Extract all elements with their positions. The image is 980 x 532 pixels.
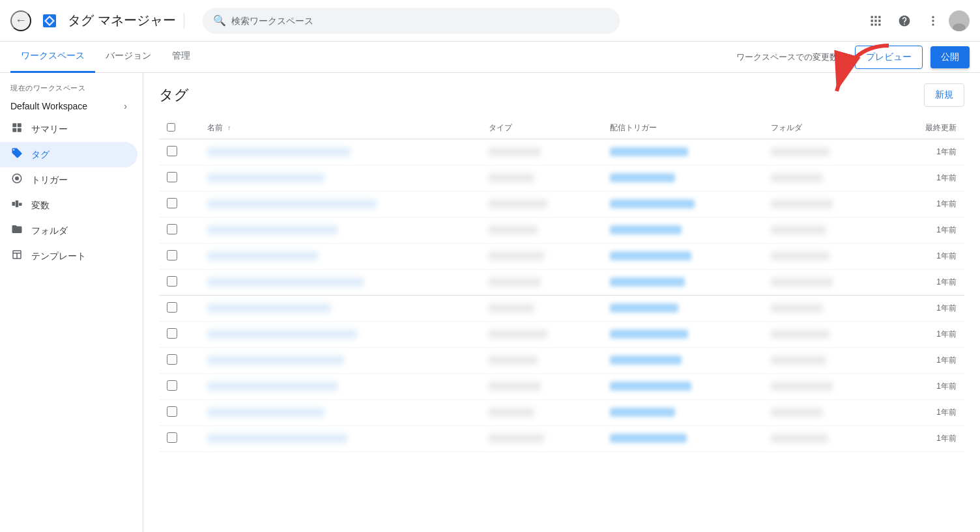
- search-bar: 🔍: [203, 8, 620, 34]
- blurred-folder: [771, 173, 823, 182]
- tab-admin[interactable]: 管理: [162, 42, 201, 73]
- col-header-name[interactable]: 名前 ↑: [199, 117, 482, 139]
- sidebar-item-triggers[interactable]: トリガー: [0, 167, 137, 193]
- blurred-type: [489, 147, 541, 156]
- blurred-type: [489, 408, 534, 417]
- row-type: [481, 374, 601, 400]
- row-checkbox-cell: [159, 191, 199, 217]
- back-button[interactable]: ←: [10, 10, 31, 31]
- row-checkbox[interactable]: [167, 250, 177, 260]
- folder-icon: [10, 223, 23, 238]
- row-name[interactable]: [199, 270, 482, 296]
- blurred-trigger: [610, 382, 691, 391]
- sidebar-item-tags[interactable]: タグ: [0, 142, 137, 167]
- row-checkbox[interactable]: [167, 276, 177, 287]
- row-updated: 1年前: [884, 244, 964, 270]
- workspace-selector[interactable]: Default Workspace ›: [0, 96, 137, 117]
- blurred-folder: [771, 199, 833, 208]
- app-title: タグ マネージャー: [68, 12, 176, 29]
- row-updated: 1年前: [884, 191, 964, 217]
- col-header-folder[interactable]: フォルダ: [763, 117, 884, 139]
- row-name[interactable]: [199, 191, 482, 217]
- row-checkbox[interactable]: [167, 302, 177, 313]
- row-checkbox[interactable]: [167, 198, 177, 208]
- content-header: タグ 新規: [159, 83, 964, 107]
- row-name[interactable]: [199, 374, 482, 400]
- tab-workspace[interactable]: ワークスペース: [10, 42, 95, 73]
- workspace-changes-label: ワークスペースでの変更数: 0: [736, 51, 847, 63]
- blurred-trigger: [610, 225, 682, 234]
- blurred-folder: [771, 251, 829, 260]
- row-folder: [763, 426, 884, 452]
- sidebar-item-templates[interactable]: テンプレート: [0, 244, 137, 269]
- row-folder: [763, 374, 884, 400]
- svg-rect-4: [874, 16, 876, 18]
- sidebar-item-variables[interactable]: 変数: [0, 193, 137, 218]
- select-all-checkbox[interactable]: [167, 123, 175, 132]
- avatar[interactable]: [949, 10, 970, 31]
- grid-icon-button[interactable]: [863, 8, 889, 34]
- blurred-name: [207, 303, 331, 313]
- row-trigger: [602, 191, 763, 217]
- row-checkbox-cell: [159, 348, 199, 374]
- svg-rect-23: [12, 202, 16, 206]
- row-name[interactable]: [199, 348, 482, 374]
- row-checkbox[interactable]: [167, 172, 177, 182]
- row-name[interactable]: [199, 296, 482, 322]
- row-checkbox[interactable]: [167, 224, 177, 234]
- row-checkbox[interactable]: [167, 406, 177, 417]
- col-header-updated[interactable]: 最終更新: [884, 117, 964, 139]
- row-checkbox-cell: [159, 139, 199, 165]
- new-button[interactable]: 新規: [924, 83, 964, 107]
- tab-version[interactable]: バージョン: [95, 42, 162, 73]
- row-checkbox[interactable]: [167, 380, 177, 391]
- sidebar-item-folders[interactable]: フォルダ: [0, 218, 137, 244]
- row-type: [481, 426, 601, 452]
- blurred-trigger: [610, 277, 685, 287]
- row-name[interactable]: [199, 426, 482, 452]
- row-folder: [763, 217, 884, 244]
- blurred-name: [207, 408, 324, 417]
- publish-button[interactable]: 公開: [930, 46, 970, 68]
- row-name[interactable]: [199, 322, 482, 348]
- sidebar-item-summary[interactable]: サマリー: [0, 117, 137, 142]
- table-row: 1年前: [159, 348, 964, 374]
- row-checkbox[interactable]: [167, 146, 177, 156]
- svg-rect-24: [16, 201, 19, 208]
- row-trigger: [602, 374, 763, 400]
- tags-table: 名前 ↑ タイプ 配信トリガー フォルダ 最終更新: [159, 117, 964, 452]
- table-row: 1年前: [159, 139, 964, 165]
- col-header-type[interactable]: タイプ: [481, 117, 601, 139]
- row-checkbox[interactable]: [167, 432, 177, 443]
- summary-icon: [10, 122, 23, 137]
- help-icon-button[interactable]: [891, 8, 917, 34]
- svg-rect-10: [874, 23, 876, 25]
- row-name[interactable]: [199, 139, 482, 165]
- row-trigger: [602, 348, 763, 374]
- row-checkbox[interactable]: [167, 328, 177, 339]
- blurred-folder: [771, 303, 823, 313]
- table-row: 1年前: [159, 400, 964, 426]
- row-name[interactable]: [199, 244, 482, 270]
- row-name[interactable]: [199, 165, 482, 191]
- tag-icon: [10, 147, 23, 162]
- row-type: [481, 348, 601, 374]
- col-header-trigger[interactable]: 配信トリガー: [602, 117, 763, 139]
- blurred-folder: [771, 329, 829, 339]
- blurred-folder: [771, 225, 826, 234]
- row-trigger: [602, 400, 763, 426]
- svg-rect-7: [874, 20, 876, 21]
- preview-button[interactable]: プレビュー: [855, 46, 923, 69]
- row-type: [481, 270, 601, 296]
- row-name[interactable]: [199, 217, 482, 244]
- templates-label: テンプレート: [31, 251, 86, 262]
- search-input[interactable]: [231, 16, 609, 26]
- sidebar-section-label: 現在のワークスペース: [0, 78, 143, 96]
- table-row: 1年前: [159, 217, 964, 244]
- row-checkbox[interactable]: [167, 354, 177, 365]
- row-trigger: [602, 322, 763, 348]
- blurred-folder: [771, 356, 826, 365]
- more-vert-icon-button[interactable]: [920, 8, 946, 34]
- row-name[interactable]: [199, 400, 482, 426]
- blurred-trigger: [610, 356, 682, 365]
